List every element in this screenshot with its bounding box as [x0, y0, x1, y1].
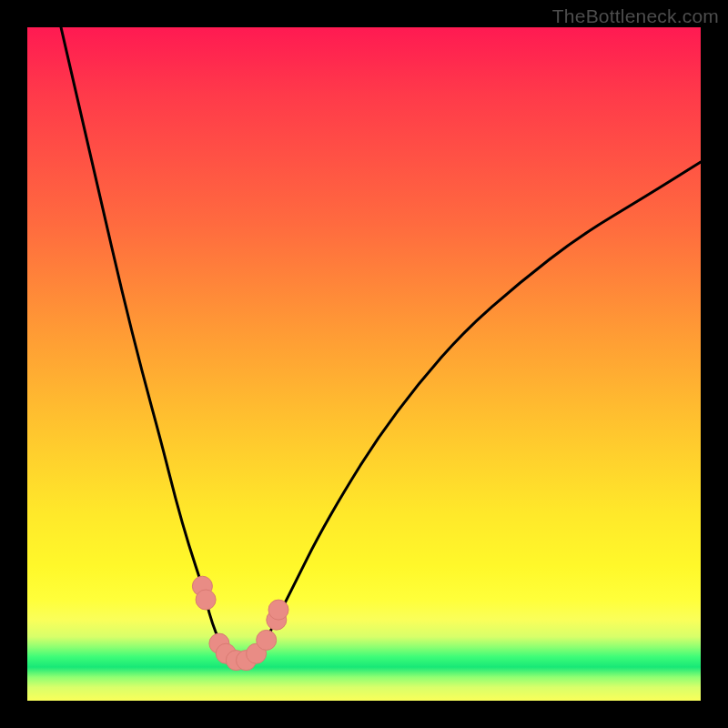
- curve-marker: [237, 651, 257, 671]
- curve-layer: [27, 27, 701, 701]
- curve-marker: [226, 651, 246, 671]
- bottleneck-curve: [61, 27, 701, 667]
- curve-marker: [268, 600, 288, 620]
- plot-area: [27, 27, 701, 701]
- curve-marker: [209, 633, 229, 653]
- curve-marker: [216, 643, 236, 663]
- curve-marker: [247, 643, 267, 663]
- marker-group: [192, 576, 288, 670]
- curve-marker: [196, 590, 216, 610]
- curve-marker: [192, 576, 212, 596]
- chart-frame: TheBottleneck.com: [0, 0, 728, 728]
- curve-marker: [257, 630, 277, 650]
- curve-marker: [267, 610, 287, 630]
- watermark-text: TheBottleneck.com: [552, 5, 719, 27]
